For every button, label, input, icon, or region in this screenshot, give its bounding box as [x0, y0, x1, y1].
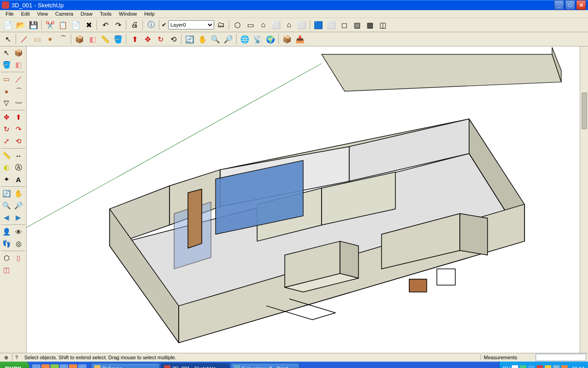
save-icon[interactable]: 💾 — [28, 19, 40, 31]
zoom-icon[interactable]: 🔍 — [1, 200, 12, 211]
layer-dropdown[interactable]: Layer0 — [168, 20, 214, 29]
task-item[interactable]: Безымянный - Paint — [231, 363, 300, 368]
move-icon[interactable]: ✥ — [1, 112, 12, 123]
layer-visible-check[interactable]: ✔ — [162, 22, 166, 28]
dimension-icon[interactable]: ↔ — [13, 150, 24, 161]
paint-icon[interactable]: 🪣 — [1, 59, 12, 70]
tray-icon[interactable] — [512, 365, 518, 368]
offset-icon[interactable]: ⟲ — [13, 136, 24, 147]
rectangle-tool-icon[interactable]: ▭ — [31, 33, 43, 45]
export-icon[interactable]: 📦 — [281, 33, 293, 45]
cut-icon[interactable]: ✂️ — [44, 19, 56, 31]
paint-bucket-icon[interactable]: 🪣 — [112, 33, 124, 45]
3d-viewport[interactable] — [27, 46, 580, 353]
top-view-icon[interactable]: ▭ — [244, 19, 256, 31]
measurements-input[interactable] — [536, 354, 586, 361]
tray-icon[interactable] — [528, 365, 535, 368]
ql-icon[interactable] — [41, 364, 50, 368]
tape-measure-icon[interactable]: 📏 — [99, 33, 111, 45]
follow-me-icon[interactable]: ↷ — [13, 124, 24, 135]
iso-view-icon[interactable]: ⬡ — [232, 19, 243, 31]
menu-help[interactable]: Help — [141, 10, 158, 17]
menu-view[interactable]: View — [34, 10, 52, 17]
share-model-icon[interactable]: 📡 — [252, 33, 264, 45]
pan-tool-icon[interactable]: ✋ — [197, 33, 209, 45]
menu-tools[interactable]: Tools — [96, 10, 115, 17]
ql-icon[interactable] — [69, 364, 77, 368]
walk-icon[interactable]: 👣 — [1, 238, 12, 249]
start-button[interactable]: пуск — [0, 362, 29, 368]
next-icon[interactable]: ▶ — [13, 212, 24, 223]
new-file-icon[interactable]: 📄 — [2, 19, 14, 31]
ql-icon[interactable] — [60, 364, 68, 368]
select-tool-icon[interactable]: ↖ — [2, 33, 14, 45]
extra-tool-icon[interactable]: ◫ — [1, 264, 12, 276]
shaded-icon[interactable]: ⬜ — [325, 19, 337, 31]
delete-icon[interactable]: ✖ — [83, 19, 95, 31]
task-item[interactable]: 3D_001 - SketchUp — [161, 363, 230, 368]
pan-icon[interactable]: ✋ — [13, 188, 24, 199]
google-earth-icon[interactable]: 🌍 — [265, 33, 277, 45]
import-icon[interactable]: 📥 — [294, 33, 306, 45]
section-plane-icon[interactable]: ◎ — [13, 238, 24, 249]
front-view-icon[interactable]: ⌂ — [257, 19, 269, 31]
freehand-icon[interactable]: 〰 — [13, 98, 24, 109]
section-cut-icon[interactable]: ▯ — [13, 253, 24, 264]
copy-icon[interactable]: 📋 — [57, 19, 69, 31]
offset-tool-icon[interactable]: ⟲ — [167, 33, 179, 45]
eraser-icon[interactable]: ◧ — [13, 59, 24, 70]
move-tool-icon[interactable]: ✥ — [141, 33, 153, 45]
redo-icon[interactable]: ↷ — [112, 19, 124, 31]
maximize-button[interactable]: □ — [565, 0, 575, 10]
rotate-tool-icon[interactable]: ↻ — [154, 33, 166, 45]
position-camera-icon[interactable]: 👤 — [1, 226, 12, 237]
tray-icon[interactable] — [553, 365, 560, 368]
menu-camera[interactable]: Camera — [51, 10, 77, 17]
shaded-textures-icon[interactable]: 🟦 — [312, 19, 324, 31]
ql-icon[interactable] — [32, 364, 40, 368]
paste-icon[interactable]: 📄 — [70, 19, 82, 31]
scrollbar-thumb[interactable] — [582, 92, 587, 129]
tray-icon[interactable] — [537, 365, 543, 368]
tray-icon[interactable] — [520, 365, 526, 368]
hidden-line-icon[interactable]: ▨ — [351, 19, 363, 31]
print-icon[interactable]: 🖨 — [129, 19, 141, 31]
make-component-icon[interactable]: 📦 — [74, 33, 85, 45]
help-icon[interactable]: ? — [12, 353, 21, 362]
model-info-icon[interactable]: ⓘ — [145, 19, 157, 31]
eraser-tool-icon[interactable]: ◧ — [86, 33, 98, 45]
ql-icon[interactable] — [78, 364, 86, 368]
push-pull-icon[interactable]: ⬆ — [129, 33, 141, 45]
language-indicator[interactable]: RU — [503, 366, 510, 368]
text-icon[interactable]: Ⓐ — [13, 162, 24, 173]
rectangle-icon[interactable]: ▭ — [1, 74, 12, 85]
line-tool-icon[interactable]: ／ — [18, 33, 30, 45]
menu-file[interactable]: File — [2, 10, 17, 17]
close-button[interactable]: ✕ — [576, 0, 586, 10]
3d-text-icon[interactable]: A — [13, 174, 24, 185]
select-tool-icon[interactable]: ↖ — [1, 47, 12, 58]
monochrome-icon[interactable]: ▩ — [364, 19, 376, 31]
left-view-icon[interactable]: ⬜ — [296, 19, 308, 31]
geo-location-icon[interactable]: ⊕ — [2, 353, 10, 362]
task-item[interactable]: Рабочее — [91, 363, 160, 368]
zoom-window-icon[interactable]: 🔎 — [13, 200, 24, 211]
scale-icon[interactable]: ⤢ — [1, 136, 12, 147]
open-file-icon[interactable]: 📂 — [15, 19, 27, 31]
tray-icon[interactable] — [545, 365, 551, 368]
vertical-scrollbar[interactable] — [580, 46, 588, 353]
menu-window[interactable]: Window — [115, 10, 141, 17]
arc-tool-icon[interactable]: ⌒ — [57, 33, 69, 45]
polygon-icon[interactable]: ▽ — [1, 98, 12, 109]
protractor-icon[interactable]: ◐ — [1, 162, 12, 173]
minimize-button[interactable]: _ — [554, 0, 564, 10]
menu-edit[interactable]: Edit — [17, 10, 34, 17]
xray-icon[interactable]: ◫ — [377, 19, 389, 31]
component-icon[interactable]: 📦 — [13, 47, 24, 58]
tape-icon[interactable]: 📏 — [1, 150, 12, 161]
zoom-tool-icon[interactable]: 🔍 — [209, 33, 221, 45]
orbit-tool-icon[interactable]: 🔄 — [184, 33, 196, 45]
layer-manager-icon[interactable]: 🗂 — [215, 19, 227, 31]
back-view-icon[interactable]: ⌂ — [283, 19, 295, 31]
display-section-icon[interactable]: ⬡ — [1, 253, 12, 264]
